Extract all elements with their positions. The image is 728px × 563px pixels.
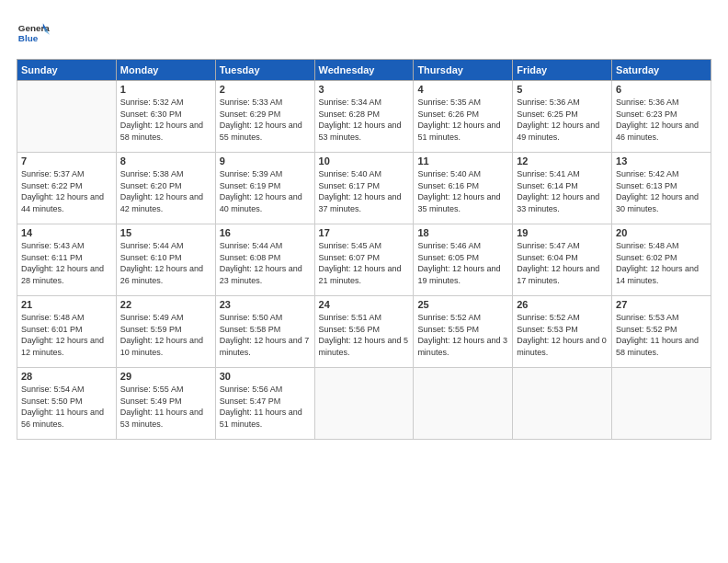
- calendar-week-row: 21 Sunrise: 5:48 AMSunset: 6:01 PMDaylig…: [17, 296, 711, 368]
- weekday-header-row: SundayMondayTuesdayWednesdayThursdayFrid…: [17, 60, 711, 81]
- cell-details: Sunrise: 5:44 AMSunset: 6:08 PMDaylight:…: [220, 240, 311, 286]
- day-number: 4: [417, 84, 508, 95]
- weekday-header: Thursday: [414, 60, 513, 81]
- cell-details: Sunrise: 5:45 AMSunset: 6:07 PMDaylight:…: [319, 240, 410, 286]
- calendar-cell: 19 Sunrise: 5:47 AMSunset: 6:04 PMDaylig…: [513, 224, 612, 296]
- svg-text:Blue: Blue: [18, 33, 39, 43]
- calendar-cell: 26 Sunrise: 5:52 AMSunset: 5:53 PMDaylig…: [513, 296, 612, 368]
- day-number: 23: [220, 299, 311, 310]
- cell-details: Sunrise: 5:43 AMSunset: 6:11 PMDaylight:…: [21, 240, 112, 286]
- day-number: 22: [120, 299, 211, 310]
- day-number: 27: [616, 299, 707, 310]
- day-number: 5: [517, 84, 608, 95]
- cell-details: Sunrise: 5:39 AMSunset: 6:19 PMDaylight:…: [220, 168, 311, 214]
- cell-details: Sunrise: 5:33 AMSunset: 6:29 PMDaylight:…: [220, 97, 311, 143]
- day-number: 8: [120, 155, 211, 167]
- day-number: 19: [517, 227, 608, 238]
- page-header: General Blue: [17, 17, 711, 50]
- logo: General Blue: [17, 17, 50, 50]
- day-number: 29: [120, 371, 211, 382]
- weekday-header: Sunday: [17, 60, 117, 81]
- cell-details: Sunrise: 5:47 AMSunset: 6:04 PMDaylight:…: [517, 240, 608, 286]
- day-number: 17: [319, 227, 410, 238]
- day-number: 12: [517, 155, 608, 167]
- day-number: 3: [319, 84, 410, 95]
- cell-details: Sunrise: 5:35 AMSunset: 6:26 PMDaylight:…: [417, 97, 508, 143]
- cell-details: Sunrise: 5:52 AMSunset: 5:55 PMDaylight:…: [417, 312, 508, 358]
- weekday-header: Tuesday: [215, 60, 314, 81]
- calendar-cell: 18 Sunrise: 5:46 AMSunset: 6:05 PMDaylig…: [414, 224, 513, 296]
- cell-details: Sunrise: 5:44 AMSunset: 6:10 PMDaylight:…: [120, 240, 211, 286]
- day-number: 30: [220, 371, 311, 382]
- calendar-cell: [612, 368, 711, 440]
- day-number: 13: [616, 155, 707, 167]
- calendar-cell: 21 Sunrise: 5:48 AMSunset: 6:01 PMDaylig…: [17, 296, 117, 368]
- calendar-cell: 2 Sunrise: 5:33 AMSunset: 6:29 PMDayligh…: [215, 81, 314, 153]
- calendar-cell: [414, 368, 513, 440]
- day-number: 26: [517, 299, 608, 310]
- calendar-cell: [314, 368, 414, 440]
- calendar-cell: 4 Sunrise: 5:35 AMSunset: 6:26 PMDayligh…: [414, 81, 513, 153]
- calendar-cell: 1 Sunrise: 5:32 AMSunset: 6:30 PMDayligh…: [116, 81, 215, 153]
- calendar-table: SundayMondayTuesdayWednesdayThursdayFrid…: [17, 59, 711, 440]
- calendar-week-row: 7 Sunrise: 5:37 AMSunset: 6:22 PMDayligh…: [17, 153, 711, 224]
- day-number: 6: [616, 84, 707, 95]
- day-number: 16: [220, 227, 311, 238]
- cell-details: Sunrise: 5:53 AMSunset: 5:52 PMDaylight:…: [616, 312, 707, 358]
- cell-details: Sunrise: 5:49 AMSunset: 5:59 PMDaylight:…: [120, 312, 211, 358]
- cell-details: Sunrise: 5:46 AMSunset: 6:05 PMDaylight:…: [417, 240, 508, 286]
- calendar-cell: 20 Sunrise: 5:48 AMSunset: 6:02 PMDaylig…: [612, 224, 711, 296]
- calendar-cell: 28 Sunrise: 5:54 AMSunset: 5:50 PMDaylig…: [17, 368, 117, 440]
- day-number: 21: [21, 299, 112, 310]
- calendar-week-row: 28 Sunrise: 5:54 AMSunset: 5:50 PMDaylig…: [17, 368, 711, 440]
- calendar-cell: 22 Sunrise: 5:49 AMSunset: 5:59 PMDaylig…: [116, 296, 215, 368]
- calendar-cell: [17, 81, 117, 153]
- day-number: 15: [120, 227, 211, 238]
- cell-details: Sunrise: 5:55 AMSunset: 5:49 PMDaylight:…: [120, 384, 211, 430]
- cell-details: Sunrise: 5:42 AMSunset: 6:13 PMDaylight:…: [616, 168, 707, 214]
- cell-details: Sunrise: 5:48 AMSunset: 6:01 PMDaylight:…: [21, 312, 112, 358]
- calendar-cell: 9 Sunrise: 5:39 AMSunset: 6:19 PMDayligh…: [215, 153, 314, 224]
- cell-details: Sunrise: 5:32 AMSunset: 6:30 PMDaylight:…: [120, 97, 211, 143]
- day-number: 11: [417, 155, 508, 167]
- cell-details: Sunrise: 5:41 AMSunset: 6:14 PMDaylight:…: [517, 168, 608, 214]
- calendar-week-row: 1 Sunrise: 5:32 AMSunset: 6:30 PMDayligh…: [17, 81, 711, 153]
- day-number: 20: [616, 227, 707, 238]
- calendar-cell: 10 Sunrise: 5:40 AMSunset: 6:17 PMDaylig…: [314, 153, 414, 224]
- day-number: 9: [220, 155, 311, 167]
- calendar-cell: 24 Sunrise: 5:51 AMSunset: 5:56 PMDaylig…: [314, 296, 414, 368]
- cell-details: Sunrise: 5:54 AMSunset: 5:50 PMDaylight:…: [21, 384, 112, 430]
- day-number: 7: [21, 155, 112, 167]
- calendar-cell: 12 Sunrise: 5:41 AMSunset: 6:14 PMDaylig…: [513, 153, 612, 224]
- weekday-header: Saturday: [612, 60, 711, 81]
- cell-details: Sunrise: 5:50 AMSunset: 5:58 PMDaylight:…: [220, 312, 311, 358]
- day-number: 14: [21, 227, 112, 238]
- day-number: 24: [319, 299, 410, 310]
- weekday-header: Monday: [116, 60, 215, 81]
- day-number: 10: [319, 155, 410, 167]
- calendar-cell: 23 Sunrise: 5:50 AMSunset: 5:58 PMDaylig…: [215, 296, 314, 368]
- cell-details: Sunrise: 5:40 AMSunset: 6:17 PMDaylight:…: [319, 168, 410, 214]
- cell-details: Sunrise: 5:52 AMSunset: 5:53 PMDaylight:…: [517, 312, 608, 358]
- calendar-cell: 14 Sunrise: 5:43 AMSunset: 6:11 PMDaylig…: [17, 224, 117, 296]
- calendar-cell: 15 Sunrise: 5:44 AMSunset: 6:10 PMDaylig…: [116, 224, 215, 296]
- calendar-cell: 17 Sunrise: 5:45 AMSunset: 6:07 PMDaylig…: [314, 224, 414, 296]
- cell-details: Sunrise: 5:36 AMSunset: 6:23 PMDaylight:…: [616, 97, 707, 143]
- calendar-cell: 11 Sunrise: 5:40 AMSunset: 6:16 PMDaylig…: [414, 153, 513, 224]
- calendar-cell: 16 Sunrise: 5:44 AMSunset: 6:08 PMDaylig…: [215, 224, 314, 296]
- day-number: 1: [120, 84, 211, 95]
- weekday-header: Wednesday: [314, 60, 414, 81]
- day-number: 2: [220, 84, 311, 95]
- day-number: 18: [417, 227, 508, 238]
- calendar-cell: 5 Sunrise: 5:36 AMSunset: 6:25 PMDayligh…: [513, 81, 612, 153]
- cell-details: Sunrise: 5:56 AMSunset: 5:47 PMDaylight:…: [220, 384, 311, 430]
- logo-icon: General Blue: [17, 17, 50, 50]
- calendar-cell: 29 Sunrise: 5:55 AMSunset: 5:49 PMDaylig…: [116, 368, 215, 440]
- calendar-cell: [513, 368, 612, 440]
- calendar-week-row: 14 Sunrise: 5:43 AMSunset: 6:11 PMDaylig…: [17, 224, 711, 296]
- calendar-cell: 8 Sunrise: 5:38 AMSunset: 6:20 PMDayligh…: [116, 153, 215, 224]
- calendar-cell: 30 Sunrise: 5:56 AMSunset: 5:47 PMDaylig…: [215, 368, 314, 440]
- weekday-header: Friday: [513, 60, 612, 81]
- cell-details: Sunrise: 5:40 AMSunset: 6:16 PMDaylight:…: [417, 168, 508, 214]
- calendar-cell: 3 Sunrise: 5:34 AMSunset: 6:28 PMDayligh…: [314, 81, 414, 153]
